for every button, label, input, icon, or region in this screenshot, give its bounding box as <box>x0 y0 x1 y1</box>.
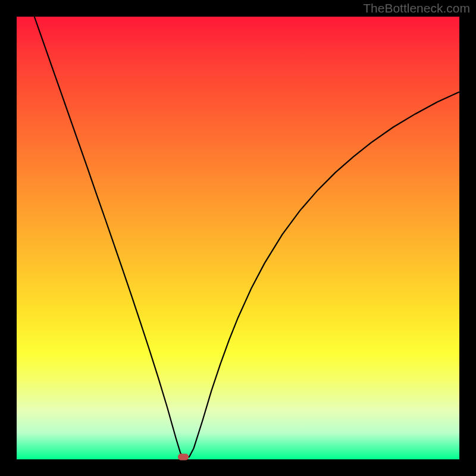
bottleneck-curve <box>17 17 459 459</box>
chart-area <box>17 17 459 459</box>
watermark-text: TheBottleneck.com <box>363 1 470 15</box>
optimal-point-marker <box>178 454 189 461</box>
